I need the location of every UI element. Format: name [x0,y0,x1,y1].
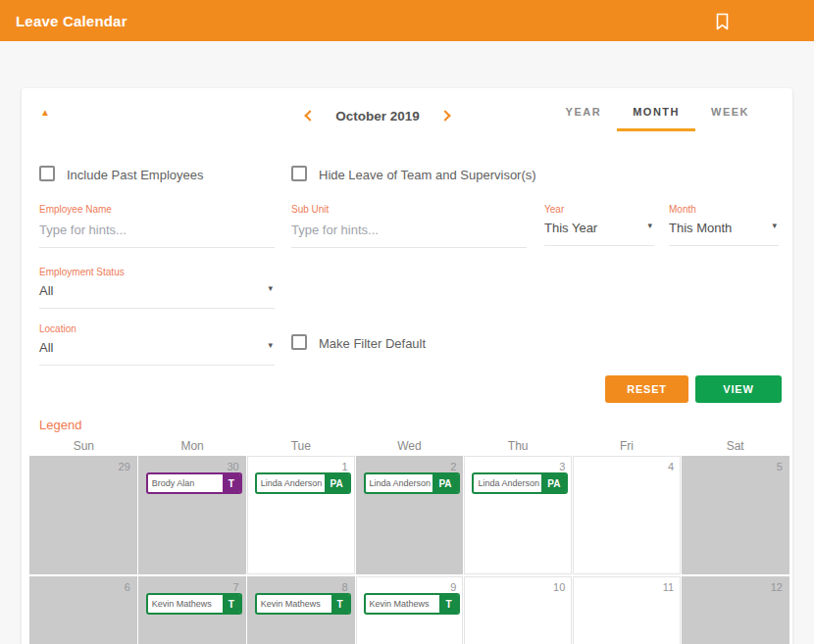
leave-event-chip[interactable]: Kevin MathewsT [364,593,460,615]
calendar-day-cell[interactable]: 3Linda AndersonPA [464,456,572,574]
hide-leave-checkbox[interactable] [291,166,307,181]
day-number: 9 [450,581,456,593]
calendar-day-cell[interactable]: 4 [573,456,681,574]
day-number: 4 [668,461,674,472]
hide-leave-label: Hide Leave of Team and Supervisor(s) [319,168,536,182]
leave-event-chip[interactable]: Kevin MathewsT [146,593,242,615]
current-month-label: October 2019 [335,109,420,124]
dropdown-arrow-icon: ▾ [647,221,652,230]
calendar-day-cell[interactable]: 7Kevin MathewsT [138,576,246,644]
leave-event-chip[interactable]: Linda AndersonPA [472,472,568,494]
tab-month[interactable]: MONTH [617,96,695,131]
day-number: 3 [559,461,565,472]
day-number: 8 [341,581,347,593]
dropdown-arrow-icon: ▾ [268,283,273,293]
calendar-day-cell[interactable]: 9Kevin MathewsT [356,576,464,644]
leave-event-chip[interactable]: Linda AndersonPA [364,472,460,494]
leave-type-badge: PA [325,474,349,492]
year-select-value: This Year [544,221,597,235]
tab-year[interactable]: YEAR [550,96,618,131]
location-field: Location All ▾ [39,323,275,366]
leave-employee-name: Kevin Mathews [148,595,223,613]
calendar-day-cell[interactable]: 5 [682,456,789,574]
leave-type-badge: T [223,595,240,613]
calendar-day-cell[interactable]: 8Kevin MathewsT [247,576,355,644]
calendar-day-cell[interactable]: 2Linda AndersonPA [356,456,464,574]
month-field: Month This Month ▾ [669,204,779,246]
leave-type-badge: T [331,595,349,613]
leave-type-badge: PA [432,474,457,492]
year-select[interactable]: This Year ▾ [544,221,654,245]
location-select[interactable]: All ▾ [39,340,275,365]
month-select[interactable]: This Month ▾ [669,221,779,245]
leave-event-chip[interactable]: Brody AlanT [146,472,242,494]
month-select-value: This Month [669,221,732,235]
employment-status-select[interactable]: All ▾ [39,283,275,308]
employee-name-field-label: Employee Name [39,204,275,215]
day-number: 12 [771,581,783,593]
location-select-value: All [39,340,53,355]
leave-type-badge: PA [541,474,566,492]
calendar-day-cell[interactable]: 1Linda AndersonPA [247,456,355,574]
dropdown-arrow-icon: ▾ [268,340,273,350]
calendar-day-cell[interactable]: 10 [464,576,572,644]
calendar-day-cell[interactable]: 11 [573,576,681,644]
leave-employee-name: Kevin Mathews [257,595,331,613]
day-number: 1 [341,461,347,472]
employment-status-field: Employment Status All ▾ [39,267,275,309]
calendar-day-cell[interactable]: 6 [29,576,137,644]
day-number: 2 [450,461,456,472]
chevron-right-icon[interactable] [439,110,450,121]
employee-name-input[interactable] [39,223,275,247]
leave-employee-name: Linda Anderson [366,474,433,492]
employment-status-field-label: Employment Status [39,267,275,277]
bookmark-icon[interactable] [715,13,730,34]
weekday-label: Sun [29,439,138,453]
leave-calendar-card: ▲ October 2019 YEAR MONTH WEEK Include P… [22,88,792,644]
calendar-grid: 2930Brody AlanT1Linda AndersonPA2Linda A… [29,456,789,644]
make-filter-default-label: Make Filter Default [319,336,426,351]
include-past-employees-label: Include Past Employees [67,168,203,182]
weekday-label: Sat [681,439,789,453]
leave-employee-name: Kevin Mathews [366,595,440,613]
day-number: 11 [663,581,674,593]
year-field-label: Year [544,204,654,215]
chevron-left-icon[interactable] [304,110,315,121]
page-title: Leave Calendar [16,13,127,29]
leave-employee-name: Linda Anderson [474,474,541,492]
day-number: 6 [125,581,130,593]
weekday-label: Fri [573,439,682,453]
day-number: 30 [227,461,238,472]
calendar-day-cell[interactable]: 30Brody AlanT [138,456,246,574]
location-field-label: Location [39,323,275,334]
view-tabs: YEAR MONTH WEEK [550,96,765,131]
employee-name-field: Employee Name [39,204,275,248]
sub-unit-field-label: Sub Unit [291,204,527,215]
collapse-panel-icon[interactable]: ▲ [40,107,50,118]
leave-event-chip[interactable]: Linda AndersonPA [255,472,351,494]
weekday-label: Thu [464,439,573,453]
calendar-day-cell[interactable]: 12 [682,576,789,644]
sub-unit-field: Sub Unit [291,204,527,248]
include-past-employees-checkbox[interactable] [39,166,55,181]
month-field-label: Month [669,204,779,215]
leave-employee-name: Linda Anderson [257,474,325,492]
view-button[interactable]: VIEW [695,375,782,403]
leave-event-chip[interactable]: Kevin MathewsT [255,593,351,615]
dropdown-arrow-icon: ▾ [772,221,777,230]
reset-button[interactable]: RESET [605,375,688,403]
employment-status-select-value: All [39,283,53,298]
day-number: 7 [233,581,239,593]
weekday-label: Wed [355,439,464,453]
app-header: Leave Calendar [0,0,814,41]
weekday-header-row: Sun Mon Tue Wed Thu Fri Sat [29,439,789,453]
legend-link[interactable]: Legend [39,418,81,432]
sub-unit-input[interactable] [291,223,527,247]
leave-type-badge: T [439,595,457,613]
make-filter-default-checkbox[interactable] [291,334,307,350]
month-navigation: October 2019 [306,105,449,126]
day-number: 29 [119,461,130,472]
tab-week[interactable]: WEEK [695,96,765,131]
calendar-day-cell[interactable]: 29 [29,456,137,574]
year-field: Year This Year ▾ [544,204,654,246]
